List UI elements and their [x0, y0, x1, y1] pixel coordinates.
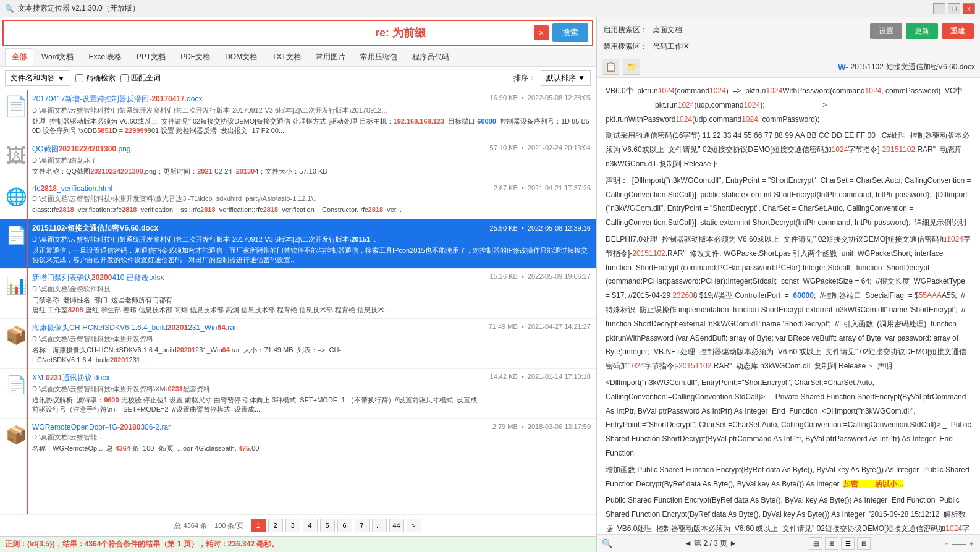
- file-preview: 名称：海康摄像头CH-HCNetSDKV6.1.6.4_build2020123…: [32, 346, 591, 365]
- result-item[interactable]: 🌐 rfc2818_verification.html 2.67 KB • 20…: [0, 180, 596, 219]
- filter-label: 文件名和内容: [11, 73, 55, 83]
- view-icon-1[interactable]: ▤: [809, 537, 822, 550]
- tab-excel[interactable]: Excel表格: [82, 48, 128, 66]
- close-button[interactable]: ×: [963, 3, 975, 14]
- word-icon: W-: [838, 62, 848, 72]
- minimize-button[interactable]: ─: [933, 3, 945, 14]
- clear-button[interactable]: ×: [534, 25, 549, 40]
- exclude-zone-label: 禁用搜索区：: [603, 41, 648, 52]
- page-btn-44[interactable]: 44: [389, 519, 404, 532]
- result-item[interactable]: 📦 WGRemoteOpenDoor-4G-20180306-2.rar 2.7…: [0, 419, 596, 457]
- result-item[interactable]: 🖼 QQ截图20210224201300.png 57.10 KB • 2021…: [0, 140, 596, 180]
- page-nav: ◄ 第 2 / 3 页 ►: [685, 538, 737, 549]
- tab-zip[interactable]: 常用压缩包: [353, 48, 404, 66]
- tab-all[interactable]: 全部: [5, 48, 33, 66]
- file-name[interactable]: 20170417新增-设置跨控制器反潜回-20170417.docx: [32, 95, 202, 103]
- file-name[interactable]: XM-0231通讯协议.docx: [32, 373, 109, 382]
- view-icon-2[interactable]: ⊞: [825, 537, 838, 550]
- fullword-checkbox[interactable]: [120, 74, 129, 82]
- toolbar-icon-2[interactable]: 📁: [623, 59, 640, 75]
- result-item[interactable]: 📄 XM-0231通讯协议.docx 14.42 KB • 2021-01-14…: [0, 369, 596, 419]
- zoom-minus[interactable]: －: [943, 539, 950, 548]
- page-btn-3[interactable]: 3: [285, 519, 300, 532]
- sort-label: 排序：: [513, 73, 536, 83]
- app-icon: 🔍: [5, 4, 14, 13]
- page-btn-4[interactable]: 4: [303, 519, 318, 532]
- page-btn-2[interactable]: 2: [268, 519, 283, 532]
- file-preview: 门禁名称 老师姓名 部门 这些老师所有门都有唐红 工作室8208 唐红 学生部 …: [32, 295, 591, 315]
- file-name[interactable]: rfc2818_verification.html: [32, 184, 112, 193]
- file-icon-image: 🖼: [5, 144, 27, 169]
- search-hint: re: 为前缀: [271, 25, 530, 40]
- page-nav-text: ◄ 第 2 / 3 页 ►: [685, 538, 737, 549]
- file-name[interactable]: 海康摄像头CH-HCNetSDKV6.1.6.4_build20201231_W…: [32, 323, 237, 332]
- file-content: 20170417新增-设置跨控制器反潜回-20170417.docx 16.90…: [32, 94, 591, 136]
- tab-bar: 全部 Word文档 Excel表格 PPT文档 PDF文档 DOM文档 TXT文…: [0, 48, 596, 67]
- view-icon-3[interactable]: ☰: [841, 537, 855, 550]
- results-list: 📄 20170417新增-设置跨控制器反潜回-20170417.docx 16.…: [0, 90, 596, 514]
- zoom-bar: － —— ＋: [943, 539, 975, 548]
- tab-ppt[interactable]: PPT文档: [130, 48, 172, 66]
- search-zone-label: 启用搜索区：: [603, 25, 648, 35]
- search-input[interactable]: re:\d{3,5}: [7, 28, 267, 38]
- exclude-zone-value: 代码工作区: [653, 41, 974, 52]
- maximize-button[interactable]: □: [948, 3, 960, 14]
- preview-area: VB6.0中 pktrun1024(command1024) => pktrun…: [597, 78, 980, 534]
- file-path: D:\桌面文档\云蟹智能...: [32, 433, 591, 442]
- result-item[interactable]: 📄 20170417新增-设置跨控制器反潜回-20170417.docx 16.…: [0, 90, 596, 140]
- file-meta: 15.26 KB • 2022-05-09 19:06:27: [490, 273, 591, 280]
- result-item[interactable]: 📦 海康摄像头CH-HCNetSDKV6.1.6.4_build20201231…: [0, 319, 596, 369]
- search-button[interactable]: 搜索: [552, 23, 588, 42]
- file-path: D:\桌面文档\云蟹智能科技\体测开发资料: [32, 334, 591, 344]
- file-icon-word-selected: 📄: [5, 223, 27, 248]
- file-preview: class::rfc2818_verification::rfc2818_ver…: [32, 205, 591, 214]
- filter-dropdown[interactable]: 文件名和内容 ▼: [5, 70, 70, 86]
- file-name[interactable]: 20151102-短接文通信加密V6.60.docx: [32, 223, 158, 234]
- per-page: 100 条/页: [214, 521, 243, 530]
- file-content: 新增门禁列表确认20200410-已修改.xlsx 15.26 KB • 202…: [32, 273, 591, 315]
- file-name[interactable]: WGRemoteOpenDoor-4G-20180306-2.rar: [32, 423, 171, 431]
- settings-button[interactable]: 设置: [870, 23, 902, 39]
- tab-txt[interactable]: TXT文档: [265, 48, 308, 66]
- sort-value: 默认排序: [546, 74, 576, 82]
- view-icon-4[interactable]: ⊟: [857, 537, 871, 550]
- tab-images[interactable]: 常用图片: [309, 48, 352, 66]
- toolbar-icon-1[interactable]: 📋: [602, 59, 619, 75]
- precise-search-toggle[interactable]: 精确检索: [75, 73, 116, 83]
- file-content: rfc2818_verification.html 2.67 KB • 2021…: [32, 184, 591, 214]
- tab-pdf[interactable]: PDF文档: [174, 48, 217, 66]
- search-zone-value: 桌面文档: [653, 25, 865, 35]
- file-name[interactable]: QQ截图20210224201300.png: [32, 145, 130, 153]
- file-path: D:\桌面文档\金樱软件科技: [32, 284, 591, 294]
- tab-dom[interactable]: DOM文档: [218, 48, 264, 66]
- file-meta: 14.42 KB • 2021-01-14 17:13:18: [490, 373, 591, 380]
- file-name[interactable]: 新增门禁列表确认20200410-已修改.xlsx: [32, 273, 164, 282]
- file-icon-word2: 📄: [5, 373, 27, 397]
- file-icon-excel: 📊: [5, 273, 27, 297]
- tab-word[interactable]: Word文档: [35, 48, 80, 66]
- page-btn-7[interactable]: 7: [355, 519, 370, 532]
- rebuild-button[interactable]: 重建: [942, 23, 974, 39]
- result-item-selected[interactable]: 📄 20151102-短接文通信加密V6.60.docx 25.50 KB • …: [0, 219, 596, 270]
- result-item[interactable]: 📊 新增门禁列表确认20200410-已修改.xlsx 15.26 KB • 2…: [0, 269, 596, 319]
- file-content: 20151102-短接文通信加密V6.60.docx 25.50 KB • 20…: [32, 223, 591, 265]
- right-bottom-bar: 🔍 ◄ 第 2 / 3 页 ► ▤ ⊞ ☰ ⊟ － —— ＋: [597, 534, 980, 552]
- page-btn-1[interactable]: 1: [251, 519, 266, 532]
- chevron-down-icon: ▼: [57, 74, 65, 83]
- file-path: D:\桌面文档\磁盘坏了: [32, 156, 591, 165]
- app-title: 文本搜索定位器 v2.1.30.0（开放版）: [18, 3, 140, 14]
- file-icon-zip2: 📦: [5, 423, 27, 448]
- fullword-toggle[interactable]: 匹配全词: [120, 73, 161, 83]
- sort-dropdown[interactable]: 默认排序 ▼: [541, 70, 591, 86]
- file-meta: 71.49 MB • 2021-04-27 14:21:27: [489, 323, 591, 330]
- zoom-plus[interactable]: ＋: [968, 539, 975, 548]
- tab-code[interactable]: 程序员代码: [405, 48, 456, 66]
- search-icon[interactable]: 🔍: [602, 538, 612, 548]
- page-next-button[interactable]: >: [407, 519, 421, 532]
- file-icon-zip: 📦: [5, 323, 27, 347]
- page-btn-6[interactable]: 6: [337, 519, 352, 532]
- page-btn-5[interactable]: 5: [320, 519, 335, 532]
- page-btn-ellipsis[interactable]: ...: [372, 519, 387, 532]
- update-button[interactable]: 更新: [906, 23, 938, 39]
- precise-checkbox[interactable]: [75, 74, 83, 82]
